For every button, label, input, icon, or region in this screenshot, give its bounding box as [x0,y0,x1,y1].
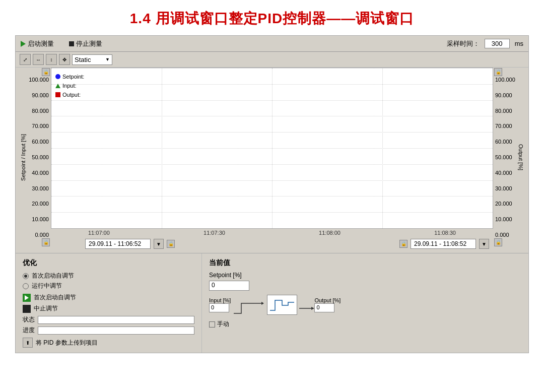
start-label: 启动测量 [28,39,54,48]
pid-output-value: 0 [314,303,334,312]
nav-start-dropdown[interactable]: ▼ [154,239,164,249]
left-bottom-lock[interactable]: 🔒 [42,238,50,246]
grid-line-v2 [272,68,273,228]
legend-input: Input: [55,81,84,90]
setpoint-dot-icon [55,74,60,79]
start-tune-row: 首次启动自调节 [23,293,194,302]
nav-end-lock[interactable]: 🔒 [399,240,407,248]
start-tune-icon [23,294,31,302]
setpoint-label: Setpoint [%] [209,272,521,279]
output-arrow-icon [299,304,314,312]
radio-first-start-label: 首次启动自调节 [32,272,74,280]
time-axis: 11:07:00 11:07:30 11:08:00 11:08:30 [86,229,458,237]
progress-row: 进度 [23,326,194,335]
nav-start-time[interactable]: 29.09.11 - 11:06:52 [85,239,151,249]
chart-mode-dropdown[interactable]: Static ▼ [72,54,112,65]
nav-start-lock[interactable]: 🔒 [167,240,175,248]
chart-area: 🔒 Setpoint / Input [%] 100.000 90.000 80… [16,68,528,253]
grid-line-h10 [51,228,493,229]
input-triangle-icon [55,84,60,88]
pid-controller-box [267,295,297,315]
radio-running-label: 运行中调节 [32,282,62,290]
right-bottom-lock[interactable]: 🔒 [494,238,502,246]
status-label: 状态 [23,315,35,324]
sample-time-input[interactable]: 300 [485,39,510,48]
pid-input-block: Input [%] 0 [209,297,231,312]
progress-field [38,326,194,335]
stop-measurement-button[interactable]: 停止测量 [69,39,102,48]
optimization-title: 优化 [23,258,194,268]
left-axis-label: Setpoint / Input [%] [20,134,26,181]
stop-tune-row: 中止调节 [23,304,194,313]
progress-label: 进度 [23,326,35,335]
play-triangle-icon [25,295,29,300]
status-field [38,316,194,324]
nav-end-dropdown[interactable]: ▼ [479,239,489,249]
setpoint-value: 0 [209,281,249,291]
legend-output: Output: [55,90,84,99]
grid-line-v3 [382,68,383,228]
stop-label: 停止测量 [76,39,102,48]
zoom-fit-button[interactable]: ⤢ [20,54,31,65]
chart-mode-label: Static [75,56,91,63]
manual-row: 手动 [209,320,521,329]
stop-tune-icon [23,305,31,313]
pan-button[interactable]: ✥ [59,54,70,65]
radio-group: 首次启动自调节 运行中调节 [23,272,194,290]
sample-time-label: 采样时间： [447,39,480,48]
chart-main: Setpoint: Input: Output: 11:07:00 11:07:… [51,68,493,251]
radio-running[interactable]: 运行中调节 [23,282,194,290]
pid-output-block: Output [%] 0 [314,297,341,312]
right-axis-label: Output [%] [518,144,524,170]
sample-unit-label: ms [515,40,523,47]
left-axis: 🔒 Setpoint / Input [%] 100.000 90.000 80… [16,68,51,251]
stop-tune-button[interactable]: 中止调节 [34,304,58,313]
main-toolbar: 启动测量 停止测量 采样时间： 300 ms [16,36,528,52]
step-signal-icon [234,301,264,316]
page-title: 1.4 用调试窗口整定PID控制器——调试窗口 [0,0,544,35]
output-square-icon [55,92,60,97]
pid-output-label: Output [%] [314,297,341,303]
optimization-panel: 优化 首次启动自调节 运行中调节 首次启动自调节 中止调节 状态 [16,253,202,353]
chart-legend: Setpoint: Input: Output: [55,72,84,99]
zoom-in-button[interactable]: ↔ [33,54,44,65]
current-values-title: 当前值 [209,258,521,268]
manual-label: 手动 [217,320,229,329]
right-axis: 🔒 100.000 90.000 80.000 70.000 60.000 50… [493,68,528,251]
start-tune-button[interactable]: 首次启动自调节 [34,293,76,302]
grid-line-v1 [162,68,162,228]
current-values-panel: 当前值 Setpoint [%] 0 Input [%] 0 [202,253,528,353]
stop-icon [69,41,74,46]
nav-end-time[interactable]: 29.09.11 - 11:08:52 [411,239,476,249]
pid-input-label: Input [%] [209,297,231,303]
chart-canvas[interactable]: Setpoint: Input: Output: [51,68,493,229]
pid-graph-icon [268,295,296,314]
instrument-panel: 启动测量 停止测量 采样时间： 300 ms ⤢ ↔ ↕ ✥ Static ▼ … [15,35,529,253]
upload-icon: ⬆ [23,338,33,348]
upload-row: ⬆ 将 PID 参数上传到项目 [23,338,194,348]
upload-button[interactable]: 将 PID 参数上传到项目 [36,339,98,347]
navigator-bar: 29.09.11 - 11:06:52 ▼ 🔒 🔒 29.09.11 - 11:… [81,237,493,251]
right-axis-values: 100.000 90.000 80.000 70.000 60.000 50.0… [494,77,516,238]
right-top-lock[interactable]: 🔒 [494,68,502,76]
bottom-section: 优化 首次启动自调节 运行中调节 首次启动自调节 中止调节 状态 [15,253,529,353]
zoom-out-button[interactable]: ↕ [46,54,57,65]
radio-first-start-circle [23,273,29,279]
chart-toolbar: ⤢ ↔ ↕ ✥ Static ▼ [16,52,528,68]
start-measurement-button[interactable]: 启动测量 [21,39,54,48]
pid-diagram: Input [%] 0 [209,294,521,316]
radio-first-start[interactable]: 首次启动自调节 [23,272,194,280]
play-icon [21,41,26,47]
radio-running-circle [23,283,29,289]
svg-marker-1 [261,302,264,305]
pid-input-value: 0 [209,303,229,312]
left-top-lock[interactable]: 🔒 [42,68,50,76]
status-row: 状态 [23,315,194,324]
legend-setpoint: Setpoint: [55,72,84,81]
manual-checkbox[interactable] [209,321,215,328]
dropdown-arrow-icon: ▼ [105,57,110,62]
left-axis-values: 100.000 90.000 80.000 70.000 60.000 50.0… [28,77,50,238]
